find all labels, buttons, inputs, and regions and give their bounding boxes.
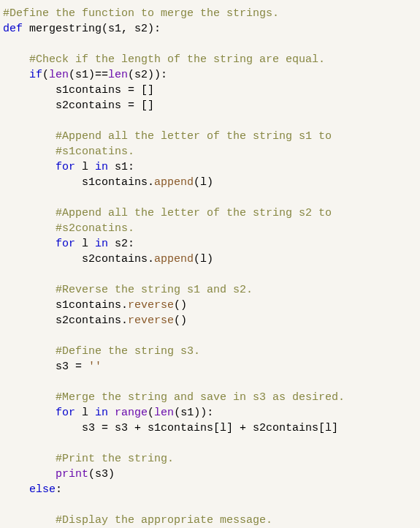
code: : xyxy=(56,483,62,496)
indent xyxy=(3,468,56,480)
indent xyxy=(3,483,29,496)
code: s1contains. xyxy=(3,299,128,312)
code: (s2)): xyxy=(128,69,167,81)
keyword-def: def xyxy=(3,23,23,35)
code: ( xyxy=(42,69,49,81)
code: l xyxy=(75,407,95,419)
code-block: #Define the function to merge the string… xyxy=(0,0,420,528)
indent xyxy=(3,161,56,173)
builtin-print: print xyxy=(56,468,88,480)
code: () xyxy=(174,314,187,327)
method-reverse: reverse xyxy=(128,314,174,327)
keyword-for: for xyxy=(56,407,75,419)
indent xyxy=(3,238,56,250)
keyword-for: for xyxy=(56,161,75,173)
code: () xyxy=(174,299,187,312)
keyword-in: in xyxy=(95,407,108,419)
comment: #Append all the letter of the string s1 … xyxy=(3,130,332,143)
code: (l) xyxy=(194,253,213,265)
indent xyxy=(3,407,56,419)
comment: #Display the appropriate message. xyxy=(3,514,272,527)
code: s1contains = [] xyxy=(3,84,154,97)
builtin-len: len xyxy=(154,407,174,419)
builtin-len: len xyxy=(108,69,128,81)
builtin-len: len xyxy=(49,69,69,81)
code: l xyxy=(75,238,95,250)
code: (s1)): xyxy=(174,407,213,419)
keyword-in: in xyxy=(95,238,108,250)
func-decl: mergestring(s1, s2): xyxy=(23,23,161,35)
code: ( xyxy=(148,407,154,419)
code: s2contains = [] xyxy=(3,99,154,112)
comment: #s1conatins. xyxy=(3,146,134,158)
keyword-else: else xyxy=(29,483,56,496)
builtin-range: range xyxy=(115,407,148,419)
code: (s1)== xyxy=(69,69,108,81)
comment: #Reverse the string s1 and s2. xyxy=(3,284,253,296)
code xyxy=(108,407,115,419)
code: s3 = s3 + s1contains[l] + s2contains[l] xyxy=(3,422,338,434)
method-append: append xyxy=(154,176,194,189)
keyword-in: in xyxy=(95,161,108,173)
code: s2: xyxy=(108,238,134,250)
method-append: append xyxy=(154,253,194,265)
code: s1contains. xyxy=(3,176,154,189)
method-reverse: reverse xyxy=(128,299,174,312)
indent xyxy=(3,69,29,81)
comment: #Merge the string and save in s3 as desi… xyxy=(3,391,345,404)
code: s3 = xyxy=(3,361,88,373)
code: s1: xyxy=(108,161,134,173)
code: (s3) xyxy=(88,468,115,480)
keyword-for: for xyxy=(56,238,75,250)
code: s2contains. xyxy=(3,314,128,327)
comment: #Append all the letter of the string s2 … xyxy=(3,207,332,219)
code: s2contains. xyxy=(3,253,154,265)
comment: #s2conatins. xyxy=(3,222,134,235)
comment: #Check if the length of the string are e… xyxy=(3,53,325,66)
comment: #Print the string. xyxy=(3,453,174,465)
comment: #Define the string s3. xyxy=(3,345,200,358)
code: l xyxy=(75,161,95,173)
comment: #Define the function to merge the string… xyxy=(3,7,279,20)
string: '' xyxy=(88,361,102,373)
code: (l) xyxy=(194,176,213,189)
keyword-if: if xyxy=(29,69,42,81)
